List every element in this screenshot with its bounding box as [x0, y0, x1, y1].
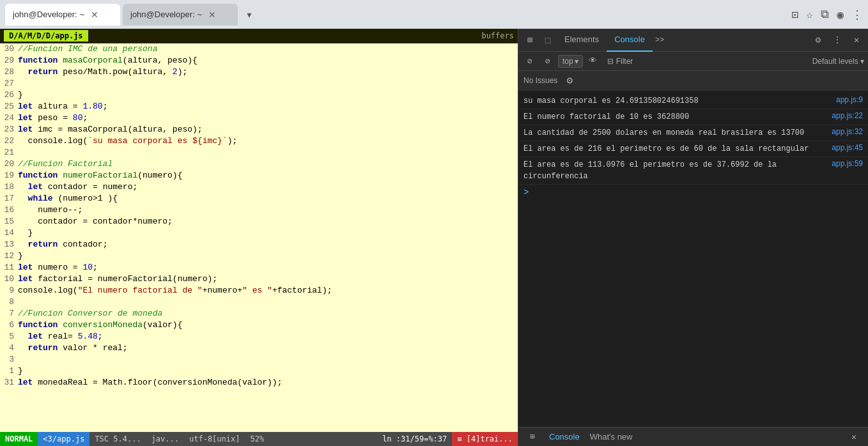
- tab-2-label: john@Developer: ~: [130, 10, 202, 19]
- table-row: 18 let contador = numero;: [0, 181, 518, 193]
- message-text: su masa corporal es 24.691358024691358: [523, 95, 831, 107]
- extensions-icon[interactable]: ⧉: [821, 8, 829, 21]
- status-bar: NORMAL <3/app.js TSC 5.4... jav... utf-8…: [0, 432, 518, 446]
- no-issues-label: No Issues: [523, 76, 557, 85]
- message-link[interactable]: app.js:9: [836, 95, 863, 104]
- table-row: 29 function masaCorporal(altura, peso){: [0, 55, 518, 66]
- table-row: 4 return valor * real;: [0, 342, 518, 354]
- code-area[interactable]: 30 //Funcion IMC de una persona 29 funct…: [0, 43, 518, 432]
- browser-actions: ⊡ ☆ ⧉ ◉ ⋮: [791, 8, 863, 22]
- table-row: 1 }: [0, 365, 518, 377]
- devtools-header: ⊞ ⬚ Elements Console >> ⚙ ⋮ ✕: [518, 29, 868, 52]
- profile-icon[interactable]: ◉: [837, 8, 844, 22]
- console-filter-area: ⊟ Filter: [603, 57, 637, 66]
- console-toolbar: ⊘ ⊘ top ▾ 👁 ⊟ Filter Default levels ▾: [518, 52, 868, 71]
- message-link[interactable]: app.js:22: [832, 111, 863, 120]
- status-position: ln :31/59=%:37: [377, 434, 452, 443]
- status-percent: 52%: [245, 434, 269, 443]
- devtools-settings-icon[interactable]: ⚙: [809, 31, 827, 49]
- devtools-device-icon[interactable]: ⬚: [539, 31, 557, 49]
- clear-console-button[interactable]: ⊘: [522, 54, 538, 69]
- table-row: 5 let real= 5.48;: [0, 331, 518, 342]
- console-prompt[interactable]: >: [518, 185, 868, 200]
- file-path-tag: D/A/M/D/D/app.js: [4, 30, 88, 42]
- status-tsc: TSC 5.4...: [89, 434, 146, 443]
- message-text: El area es de 113.0976 el perimetro es d…: [523, 159, 826, 182]
- top-context-dropdown[interactable]: top ▾: [558, 55, 583, 68]
- editor-header: D/A/M/D/D/app.js buffers: [0, 29, 518, 43]
- table-row: 22 console.log(`su masa corporal es ${im…: [0, 135, 518, 147]
- cast-icon[interactable]: ⊡: [791, 8, 798, 22]
- status-file: <3/app.js: [38, 432, 89, 446]
- table-row: 12 }: [0, 250, 518, 262]
- table-row: 3: [0, 354, 518, 365]
- table-row: 8: [0, 296, 518, 308]
- table-row: 13 return contador;: [0, 239, 518, 250]
- status-error: ≡ [4]trai...: [452, 432, 518, 446]
- new-tab-button[interactable]: ▾: [240, 6, 258, 24]
- console-body[interactable]: su masa corporal es 24.691358024691358 a…: [518, 91, 868, 427]
- status-mode: NORMAL: [0, 432, 38, 446]
- table-row: 21: [0, 147, 518, 158]
- tab-2-close[interactable]: ✕: [207, 10, 217, 20]
- message-link[interactable]: app.js:45: [832, 143, 863, 152]
- close-bottom-icon[interactable]: ✕: [845, 428, 863, 446]
- devtools-bottom-icon[interactable]: ⊞: [523, 428, 541, 446]
- bottom-tab-console[interactable]: Console: [546, 432, 582, 442]
- devtools-actions: ⚙ ⋮ ✕: [809, 31, 865, 49]
- table-row: 26 }: [0, 89, 518, 101]
- buffers-label: buffers: [481, 31, 514, 40]
- devtools-inspect-icon[interactable]: ⊞: [521, 31, 539, 49]
- devtools-more-options-icon[interactable]: ⋮: [828, 31, 846, 49]
- table-row: 17 while (numero>1 ){: [0, 193, 518, 204]
- bottom-tab-whats-new[interactable]: What's new: [587, 432, 635, 442]
- console-filter-icon[interactable]: ⊘: [540, 54, 555, 69]
- table-row: 16 numero--;: [0, 204, 518, 216]
- message-text: El numero factorial de 10 es 3628800: [523, 111, 826, 123]
- devtools-pane: ⊞ ⬚ Elements Console >> ⚙ ⋮ ✕ ⊘ ⊘ top ▾ …: [518, 29, 868, 446]
- message-link[interactable]: app.js:59: [832, 159, 863, 168]
- main-area: D/A/M/D/D/app.js buffers 30 //Funcion IM…: [0, 29, 868, 446]
- issues-settings-icon[interactable]: ⚙: [562, 73, 577, 88]
- table-row: 27: [0, 78, 518, 89]
- console-issues-bar: No Issues ⚙: [518, 71, 868, 91]
- eye-icon[interactable]: 👁: [585, 54, 601, 69]
- devtools-bottom-close[interactable]: ✕: [845, 428, 863, 446]
- table-row: 30 //Funcion IMC de una persona: [0, 43, 518, 55]
- table-row: 9 console.log("El numero factorial de "+…: [0, 285, 518, 296]
- tab-1-close[interactable]: ✕: [89, 10, 100, 20]
- table-row: 20 //Funcion Factorial: [0, 158, 518, 170]
- devtools-bottom-bar: ⊞ Console What's new ✕: [518, 427, 868, 446]
- table-row: 28 return peso/Math.pow(altura, 2);: [0, 66, 518, 78]
- message-link[interactable]: app.js:32: [832, 127, 863, 136]
- default-levels-dropdown[interactable]: Default levels ▾: [812, 57, 864, 66]
- tab-1-label: john@Developer: ~: [13, 10, 84, 19]
- table-row: 19 function numeroFactorial(numero){: [0, 170, 518, 181]
- devtools-close-icon[interactable]: ✕: [848, 31, 865, 49]
- browser-top-bar: john@Developer: ~ ✕ john@Developer: ~ ✕ …: [0, 0, 868, 29]
- table-row: 6 function conversionMoneda(valor){: [0, 319, 518, 331]
- status-encoding: utf-8[unix]: [184, 434, 245, 443]
- menu-icon[interactable]: ⋮: [851, 8, 863, 22]
- message-text: El area es de 216 el perimetro es de 60 …: [523, 143, 826, 155]
- tab-console[interactable]: Console: [607, 29, 653, 52]
- table-row: 15 contador = contador*numero;: [0, 216, 518, 227]
- bookmark-icon[interactable]: ☆: [806, 8, 813, 22]
- table-row: 25 let altura = 1.80;: [0, 101, 518, 112]
- tab-2[interactable]: john@Developer: ~ ✕: [123, 4, 238, 26]
- tab-elements[interactable]: Elements: [557, 29, 607, 52]
- tab-1[interactable]: john@Developer: ~ ✕: [5, 4, 120, 26]
- table-row: 14 }: [0, 227, 518, 239]
- devtools-more-tabs[interactable]: >>: [653, 36, 667, 45]
- status-lang: jav...: [146, 434, 184, 443]
- console-message-4: El area es de 216 el perimetro es de 60 …: [518, 141, 868, 157]
- console-message-5: El area es de 113.0976 el perimetro es d…: [518, 157, 868, 185]
- table-row: 23 let imc = masaCorporal(altura, peso);: [0, 124, 518, 135]
- table-row: 10 let factorial = numeroFactorial(numer…: [0, 273, 518, 285]
- filter-icon: ⊟: [607, 57, 614, 66]
- table-row: 31 let monedaReal = Math.floor(conversio…: [0, 377, 518, 388]
- console-message-1: su masa corporal es 24.691358024691358 a…: [518, 93, 868, 109]
- message-text: La cantidad de 2500 dolares en moneda re…: [523, 127, 826, 139]
- console-message-2: El numero factorial de 10 es 3628800 app…: [518, 109, 868, 125]
- table-row: 24 let peso = 80;: [0, 112, 518, 124]
